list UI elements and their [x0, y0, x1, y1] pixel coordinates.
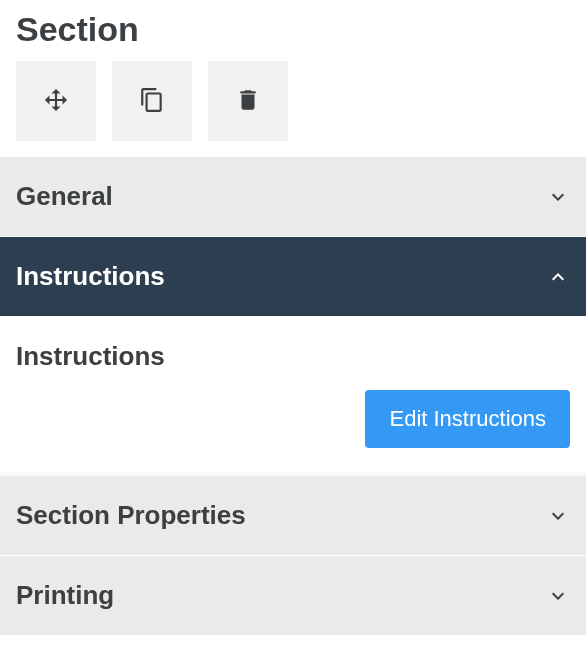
edit-button-row: Edit Instructions	[16, 390, 570, 448]
page-title: Section	[0, 0, 586, 61]
delete-button[interactable]	[208, 61, 288, 141]
panel-title-section-properties: Section Properties	[16, 500, 246, 531]
accordion: General Instructions Instructions Edit I…	[0, 157, 586, 636]
edit-instructions-button[interactable]: Edit Instructions	[365, 390, 570, 448]
panel-title-printing: Printing	[16, 580, 114, 611]
panel-header-printing[interactable]: Printing	[0, 556, 586, 636]
copy-button[interactable]	[112, 61, 192, 141]
chevron-up-icon	[546, 265, 570, 289]
chevron-down-icon	[546, 584, 570, 608]
trash-icon	[235, 87, 261, 116]
panel-body-instructions: Instructions Edit Instructions	[0, 317, 586, 472]
panel-header-instructions[interactable]: Instructions	[0, 237, 586, 317]
toolbar	[0, 61, 586, 157]
move-icon	[43, 87, 69, 116]
panel-title-instructions: Instructions	[16, 261, 165, 292]
chevron-down-icon	[546, 185, 570, 209]
panel-title-general: General	[16, 181, 113, 212]
move-button[interactable]	[16, 61, 96, 141]
copy-icon	[139, 87, 165, 116]
chevron-down-icon	[546, 504, 570, 528]
panel-header-section-properties[interactable]: Section Properties	[0, 476, 586, 556]
instructions-subtitle: Instructions	[16, 341, 570, 372]
panel-header-general[interactable]: General	[0, 157, 586, 237]
